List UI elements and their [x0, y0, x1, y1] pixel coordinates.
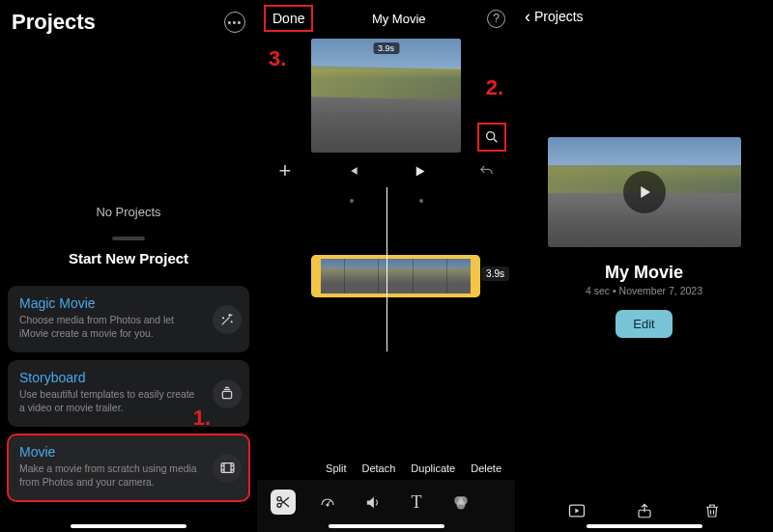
- speed-tool[interactable]: [315, 490, 340, 515]
- option-desc: Use beautiful templates to easily create…: [19, 388, 203, 415]
- svg-rect-1: [221, 463, 234, 473]
- option-label: Storyboard: [19, 370, 203, 385]
- home-indicator[interactable]: [329, 524, 444, 528]
- timeline-duration-label: 3.9s: [481, 266, 509, 281]
- help-button[interactable]: ?: [487, 10, 505, 28]
- sheet-grabber[interactable]: [112, 237, 145, 240]
- play-project-button[interactable]: [565, 499, 588, 522]
- annotation-3: 3.: [269, 46, 286, 71]
- svg-point-3: [277, 497, 281, 501]
- playhead[interactable]: [386, 187, 388, 351]
- svg-rect-0: [222, 391, 231, 398]
- svg-point-2: [487, 132, 495, 140]
- volume-tool[interactable]: [359, 490, 385, 515]
- projects-title: Projects: [12, 10, 96, 35]
- wand-icon: [213, 305, 242, 334]
- svg-point-8: [457, 501, 466, 510]
- more-options-button[interactable]: •••: [224, 12, 245, 33]
- option-desc: Make a movie from scratch using media fr…: [19, 462, 203, 490]
- filters-tool[interactable]: [448, 490, 473, 515]
- delete-button[interactable]: [701, 499, 724, 522]
- edit-operations: Split Detach Duplicate Delete: [257, 457, 515, 480]
- editor-bottom-bar: Split Detach Duplicate Delete T: [257, 457, 515, 532]
- play-overlay-button[interactable]: [623, 171, 666, 213]
- projects-list-screen: Projects ••• No Projects Start New Proje…: [0, 0, 257, 532]
- chevron-left-icon: ‹: [525, 8, 530, 25]
- storyboard-icon: [213, 379, 242, 408]
- project-detail-screen: ‹ Projects My Movie 4 sec • November 7, …: [515, 0, 773, 532]
- done-button[interactable]: Done: [267, 8, 310, 29]
- op-detach[interactable]: Detach: [361, 462, 395, 474]
- op-delete[interactable]: Delete: [471, 462, 501, 474]
- editor-header: Done My Movie ?: [257, 0, 515, 33]
- clip-duration-label: 3.9s: [373, 42, 399, 54]
- option-movie[interactable]: Movie Make a movie from scratch using me…: [8, 434, 249, 501]
- project-meta: 4 sec • November 7, 2023: [515, 285, 773, 296]
- playback-controls: +: [257, 149, 515, 187]
- op-duplicate[interactable]: Duplicate: [411, 462, 455, 474]
- projects-header: Projects •••: [0, 0, 257, 42]
- annotation-2: 2.: [486, 75, 503, 100]
- svg-point-4: [277, 503, 281, 507]
- option-label: Magic Movie: [19, 295, 203, 311]
- option-desc: Choose media from Photos and let iMovie …: [19, 314, 203, 341]
- op-split[interactable]: Split: [326, 462, 346, 474]
- timeline[interactable]: 3.9s: [257, 187, 515, 361]
- option-storyboard[interactable]: Storyboard Use beautiful templates to ea…: [8, 360, 249, 427]
- option-label: Movie: [19, 444, 203, 460]
- titles-tool[interactable]: T: [404, 490, 429, 515]
- film-icon: [213, 454, 242, 483]
- project-title: My Movie: [515, 263, 773, 283]
- edit-button[interactable]: Edit: [616, 310, 672, 338]
- share-button[interactable]: [633, 499, 656, 522]
- start-new-project-heading: Start New Project: [0, 250, 257, 266]
- no-projects-label: No Projects: [0, 205, 257, 219]
- project-actions: [515, 499, 773, 522]
- back-button[interactable]: ‹ Projects: [515, 0, 773, 33]
- add-media-button[interactable]: +: [274, 160, 296, 182]
- back-label: Projects: [534, 9, 584, 24]
- play-button[interactable]: [409, 160, 430, 182]
- zoom-button[interactable]: [480, 126, 503, 149]
- svg-point-5: [327, 504, 329, 506]
- home-indicator[interactable]: [71, 524, 186, 528]
- skip-start-button[interactable]: [342, 160, 363, 182]
- project-thumbnail[interactable]: [548, 137, 741, 247]
- option-magic-movie[interactable]: Magic Movie Choose media from Photos and…: [8, 286, 249, 352]
- timeline-clip[interactable]: [311, 255, 480, 297]
- undo-button[interactable]: [476, 160, 498, 182]
- editor-title: My Movie: [372, 12, 426, 26]
- scissors-tool[interactable]: [271, 490, 296, 515]
- home-indicator[interactable]: [587, 524, 702, 528]
- editor-screen: Done My Movie ? 3. 3.9s 2. + 3.9s S: [257, 0, 515, 532]
